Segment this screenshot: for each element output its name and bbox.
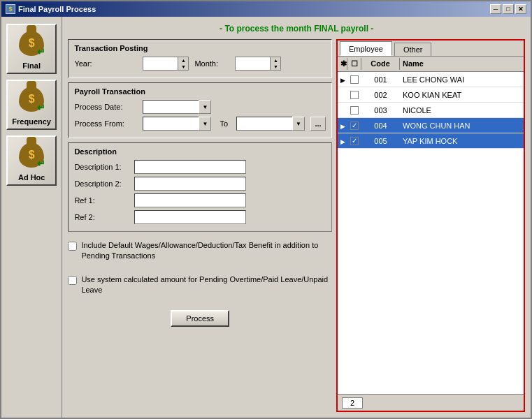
process-date-dropdown-btn[interactable]: ▼ [199,100,211,114]
row4-code: 004 [361,120,400,131]
count-bar: 2 [338,394,524,411]
count-box: 2 [342,397,363,409]
process-date-dropdown[interactable]: 29/02/2024 ▼ [143,100,211,114]
cb4[interactable]: ✓ [350,122,359,130]
ellipsis-button[interactable]: ... [310,117,326,131]
row4-arrow: ▶ [338,120,347,131]
sidebar-label-adhoc: Ad Hoc [18,173,45,182]
table-row[interactable]: ▶ 001 LEE CHONG WAI [338,72,524,87]
sidebar-btn-final[interactable]: ↵ Final [6,24,57,74]
process-date-label: Process Date: [74,103,137,111]
ref2-input[interactable] [134,210,246,224]
year-up-btn[interactable]: ▲ [178,57,188,64]
transaction-posting-panel: Transaction Posting Year: 2024 ▲ ▼ Month… [68,39,332,78]
row5-name: YAP KIM HOCK [400,135,524,147]
year-down-btn[interactable]: ▼ [178,64,188,70]
ref1-label: Ref 1: [74,196,130,205]
desc2-label: Description 2: [74,179,130,188]
cb2[interactable] [350,91,359,99]
desc2-row: Description 2: [74,177,326,191]
process-from-label: Process From: [74,119,137,128]
main-content: - To process the month FINAL payroll - T… [62,17,531,418]
table-row[interactable]: 002 KOO KIAN KEAT [338,87,524,103]
sidebar: ↵ Final ↵ Frequency ↵ Ad Hoc [1,17,62,418]
row3-check[interactable] [347,105,361,116]
table-header: ✱ ☐ Code Name [338,57,524,72]
table-row[interactable]: ▶ ✓ 004 WONG CHUN HAN [338,118,524,133]
payroll-transaction-title: Payroll Transaction [74,87,326,96]
checkbox2-label: Use system calculated amount for Pending… [81,274,332,296]
month-spinbox[interactable]: 2 ▲ ▼ [235,57,281,71]
row1-check[interactable] [347,74,361,85]
row1-code: 001 [361,74,400,85]
row2-check[interactable] [347,89,361,101]
row2-arrow [338,94,347,96]
tab-employee[interactable]: Employee [340,41,392,56]
th-check: ☐ [347,58,361,70]
tab-other[interactable]: Other [394,43,432,56]
month-down-btn[interactable]: ▼ [271,64,280,70]
checkbox2[interactable] [68,276,77,285]
sidebar-label-final: Final [22,61,41,70]
minimize-button[interactable]: ─ [490,4,501,14]
th-name: Name [400,58,524,70]
row4-check[interactable]: ✓ [347,120,361,131]
table-row[interactable]: 003 NICOLE [338,103,524,118]
tab-bar: Employee Other [338,41,524,57]
row1-arrow: ▶ [338,74,347,85]
month-label: Month: [194,59,229,68]
arrow-icon-frequency: ↵ [37,102,45,113]
transaction-posting-title: Transaction Posting [74,44,326,52]
process-from-dropdown[interactable]: 01/02/2024 ▼ [143,117,211,131]
description-title: Description [74,147,326,156]
year-spinbox[interactable]: 2024 ▲ ▼ [143,57,189,71]
ref1-input[interactable] [134,193,246,207]
checkbox1[interactable] [68,242,77,251]
employee-table: ✱ ☐ Code Name ▶ 001 LEE CHONG WAI [338,57,524,226]
top-message: - To process the month FINAL payroll - [68,22,525,35]
process-date-input[interactable]: 29/02/2024 [143,100,199,114]
month-up-btn[interactable]: ▲ [271,57,280,64]
ref1-row: Ref 1: [74,193,326,207]
process-from-row: Process From: 01/02/2024 ▼ To 29/02/2024… [74,117,326,131]
description-panel: Description Description 1: Month End (02… [68,142,332,232]
process-from-input[interactable]: 01/02/2024 [143,117,199,131]
desc2-input[interactable] [134,177,246,191]
sidebar-label-frequency: Frequency [12,117,51,126]
process-date-row: Process Date: 29/02/2024 ▼ [74,100,326,114]
cb5[interactable]: ✓ [350,137,359,145]
process-to-dropdown[interactable]: 29/02/2024 ▼ [236,117,305,131]
process-to-dropdown-btn[interactable]: ▼ [292,117,305,131]
row1-name: LEE CHONG WAI [400,74,524,85]
table-row[interactable]: ▶ ✓ 005 YAP KIM HOCK [338,133,524,149]
sidebar-btn-adhoc[interactable]: ↵ Ad Hoc [6,135,57,186]
row5-check[interactable]: ✓ [347,135,361,147]
title-bar: $ Final Payroll Process ─ □ ✕ [1,1,531,17]
table-body: ▶ 001 LEE CHONG WAI 002 KOO KIAN KEAT [338,72,524,149]
row3-code: 003 [361,105,400,116]
arrow-icon-final: ↵ [37,46,45,57]
process-to-input[interactable]: 29/02/2024 [236,117,292,131]
sidebar-btn-frequency[interactable]: ↵ Frequency [6,80,57,130]
ref2-row: Ref 2: [74,210,326,224]
row2-code: 002 [361,89,400,101]
process-button[interactable]: Process [171,310,229,327]
row4-name: WONG CHUN HAN [400,120,524,131]
year-input[interactable]: 2024 [143,57,178,71]
app-icon: $ [6,4,15,14]
row2-name: KOO KIAN KEAT [400,89,524,101]
close-button[interactable]: ✕ [515,4,526,14]
checkbox1-row: Include Default Wages/Allowance/Deductio… [68,240,332,262]
arrow-icon-adhoc: ↵ [37,158,45,169]
checkbox1-label: Include Default Wages/Allowance/Deductio… [81,240,332,262]
row3-arrow [338,109,347,112]
to-label: To [220,119,228,128]
adhoc-icon-area: ↵ [16,140,47,170]
process-from-dropdown-btn[interactable]: ▼ [199,117,211,131]
month-input[interactable]: 2 [235,57,270,71]
maximize-button[interactable]: □ [503,4,514,14]
desc1-input[interactable]: Month End (02.2024) [134,160,246,174]
cb3[interactable] [350,106,359,115]
window-title: Final Payroll Process [18,5,96,13]
cb1[interactable] [350,75,359,84]
